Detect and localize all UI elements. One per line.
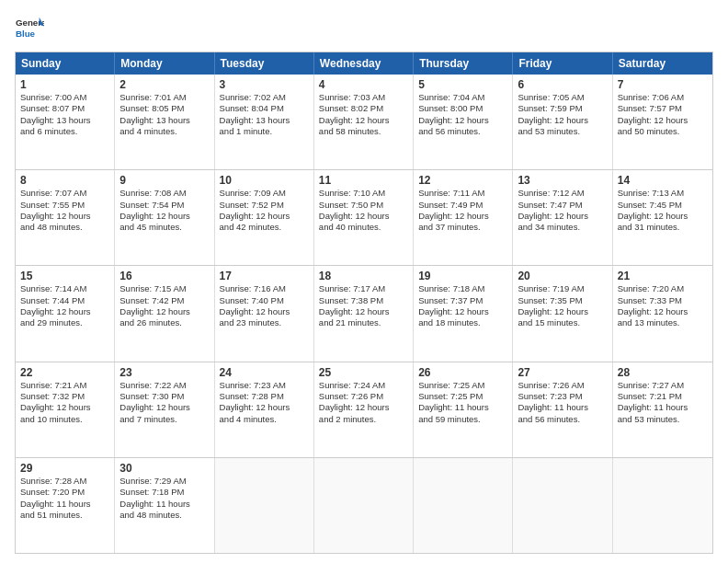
cell-text-line: Sunrise: 7:14 AM	[20, 283, 109, 294]
cell-text-line: and 31 minutes.	[618, 222, 708, 233]
calendar-row-3: 15Sunrise: 7:14 AMSunset: 7:44 PMDayligh…	[16, 266, 712, 362]
cal-day-20: 20Sunrise: 7:19 AMSunset: 7:35 PMDayligh…	[513, 266, 612, 361]
day-number: 2	[119, 78, 209, 91]
calendar-header: SundayMondayTuesdayWednesdayThursdayFrid…	[16, 52, 712, 75]
cal-day-22: 22Sunrise: 7:21 AMSunset: 7:32 PMDayligh…	[16, 362, 115, 457]
cal-day-5: 5Sunrise: 7:04 AMSunset: 8:00 PMDaylight…	[414, 75, 513, 169]
cell-text-line: Sunrise: 7:13 AM	[618, 188, 708, 199]
cal-day-12: 12Sunrise: 7:11 AMSunset: 7:49 PMDayligh…	[414, 170, 513, 265]
page: General Blue SundayMondayTuesdayWednesda…	[0, 0, 728, 563]
day-number: 5	[418, 78, 507, 91]
day-number: 3	[220, 78, 309, 91]
day-number: 6	[518, 78, 607, 91]
cell-text-line: Sunrise: 7:19 AM	[518, 283, 607, 294]
day-number: 10	[220, 174, 309, 187]
cal-day-8: 8Sunrise: 7:07 AMSunset: 7:55 PMDaylight…	[16, 170, 115, 265]
cell-text-line: and 42 minutes.	[220, 222, 309, 233]
calendar-row-1: 1Sunrise: 7:00 AMSunset: 8:07 PMDaylight…	[16, 75, 712, 170]
cell-text-line: and 29 minutes.	[20, 317, 109, 328]
day-number: 14	[618, 174, 708, 187]
day-number: 12	[418, 174, 507, 187]
cell-text-line: Sunrise: 7:23 AM	[220, 380, 309, 391]
cell-text-line: Sunrise: 7:07 AM	[20, 188, 109, 199]
cell-text-line: and 48 minutes.	[20, 222, 109, 233]
weekday-header-sunday: Sunday	[16, 52, 115, 75]
cell-text-line: Daylight: 12 hours	[319, 306, 408, 317]
day-number: 24	[220, 366, 309, 379]
cell-text-line: and 2 minutes.	[319, 414, 408, 425]
day-number: 15	[20, 270, 109, 282]
day-number: 7	[618, 78, 708, 91]
cell-text-line: Sunrise: 7:28 AM	[20, 476, 109, 487]
cell-text-line: Sunrise: 7:00 AM	[20, 92, 109, 103]
cell-text-line: Sunset: 7:30 PM	[119, 391, 209, 402]
cell-text-line: Daylight: 11 hours	[518, 402, 607, 413]
cal-day-4: 4Sunrise: 7:03 AMSunset: 8:02 PMDaylight…	[314, 75, 414, 169]
cell-text-line: and 6 minutes.	[20, 126, 109, 137]
cal-day-3: 3Sunrise: 7:02 AMSunset: 8:04 PMDaylight…	[215, 75, 314, 169]
cell-text-line: Daylight: 12 hours	[20, 402, 109, 413]
cal-day-16: 16Sunrise: 7:15 AMSunset: 7:42 PMDayligh…	[115, 266, 214, 361]
cell-text-line: and 58 minutes.	[319, 126, 408, 137]
cell-text-line: and 45 minutes.	[119, 222, 209, 233]
cell-text-line: Sunrise: 7:29 AM	[119, 476, 209, 487]
cell-text-line: Sunset: 7:40 PM	[220, 295, 309, 306]
cell-text-line: and 56 minutes.	[518, 414, 607, 425]
cell-text-line: Sunrise: 7:06 AM	[618, 92, 708, 103]
cell-text-line: Daylight: 11 hours	[119, 499, 209, 510]
cell-text-line: Daylight: 12 hours	[119, 402, 209, 413]
day-number: 17	[220, 270, 309, 282]
day-number: 4	[319, 78, 408, 91]
cell-text-line: and 18 minutes.	[418, 317, 507, 328]
cell-text-line: Sunset: 7:38 PM	[319, 295, 408, 306]
cell-text-line: Daylight: 12 hours	[418, 115, 507, 126]
cell-text-line: Sunrise: 7:21 AM	[20, 380, 109, 391]
cal-day-30: 30Sunrise: 7:29 AMSunset: 7:18 PMDayligh…	[115, 458, 214, 553]
cell-text-line: and 23 minutes.	[220, 317, 309, 328]
cell-text-line: Sunset: 8:00 PM	[418, 103, 507, 114]
cell-text-line: Sunset: 8:02 PM	[319, 103, 408, 114]
day-number: 19	[418, 270, 507, 282]
cell-text-line: Sunset: 7:44 PM	[20, 295, 109, 306]
cell-text-line: Sunrise: 7:12 AM	[518, 188, 607, 199]
cell-text-line: and 13 minutes.	[618, 317, 708, 328]
cell-text-line: Sunrise: 7:10 AM	[319, 188, 408, 199]
cell-text-line: and 10 minutes.	[20, 414, 109, 425]
cell-text-line: Daylight: 12 hours	[518, 115, 607, 126]
calendar: SundayMondayTuesdayWednesdayThursdayFrid…	[15, 52, 713, 554]
cell-text-line: Sunrise: 7:16 AM	[220, 283, 309, 294]
cal-day-empty	[613, 458, 712, 553]
cell-text-line: Sunset: 8:07 PM	[20, 103, 109, 114]
svg-text:Blue: Blue	[16, 29, 36, 39]
cell-text-line: Daylight: 12 hours	[319, 402, 408, 413]
day-number: 16	[119, 270, 209, 282]
cell-text-line: Sunrise: 7:03 AM	[319, 92, 408, 103]
cell-text-line: Sunset: 7:49 PM	[418, 200, 507, 211]
day-number: 26	[418, 366, 507, 379]
logo-icon: General Blue	[15, 15, 44, 44]
cell-text-line: Daylight: 12 hours	[319, 115, 408, 126]
cell-text-line: Daylight: 12 hours	[220, 306, 309, 317]
cal-day-empty	[215, 458, 314, 553]
cal-day-1: 1Sunrise: 7:00 AMSunset: 8:07 PMDaylight…	[16, 75, 115, 169]
cell-text-line: Sunrise: 7:25 AM	[418, 380, 507, 391]
cell-text-line: and 50 minutes.	[618, 126, 708, 137]
cell-text-line: Daylight: 12 hours	[220, 211, 309, 222]
weekday-header-thursday: Thursday	[414, 52, 513, 75]
weekday-header-monday: Monday	[115, 52, 214, 75]
cell-text-line: Sunrise: 7:20 AM	[618, 283, 708, 294]
cal-day-9: 9Sunrise: 7:08 AMSunset: 7:54 PMDaylight…	[115, 170, 214, 265]
day-number: 18	[319, 270, 408, 282]
cell-text-line: and 26 minutes.	[119, 317, 209, 328]
cell-text-line: Sunset: 7:45 PM	[618, 200, 708, 211]
cell-text-line: Daylight: 12 hours	[518, 211, 607, 222]
cell-text-line: Sunset: 7:26 PM	[319, 391, 408, 402]
cal-day-27: 27Sunrise: 7:26 AMSunset: 7:23 PMDayligh…	[513, 362, 612, 457]
cell-text-line: Daylight: 11 hours	[418, 402, 507, 413]
cal-day-6: 6Sunrise: 7:05 AMSunset: 7:59 PMDaylight…	[513, 75, 612, 169]
cell-text-line: Sunset: 7:23 PM	[518, 391, 607, 402]
cell-text-line: and 4 minutes.	[220, 414, 309, 425]
cell-text-line: and 40 minutes.	[319, 222, 408, 233]
cell-text-line: Sunrise: 7:05 AM	[518, 92, 607, 103]
day-number: 8	[20, 174, 109, 187]
